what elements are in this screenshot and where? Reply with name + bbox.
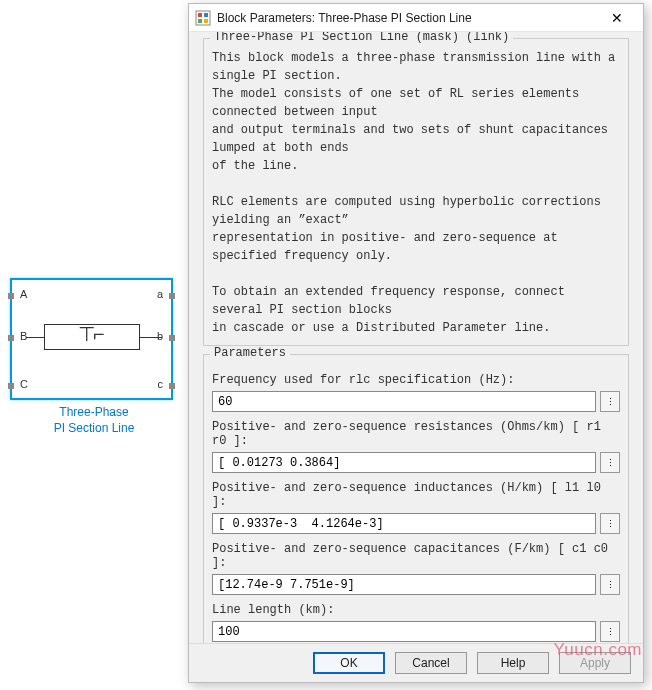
mask-title: Three-Phase PI Section Line (mask) (link… (210, 32, 513, 44)
length-input[interactable] (212, 621, 596, 642)
port-connector[interactable] (8, 293, 14, 299)
length-more-button[interactable]: ⋮ (600, 621, 620, 642)
resistances-more-button[interactable]: ⋮ (600, 452, 620, 473)
param-label-resistances: Positive- and zero-sequence resistances … (212, 420, 620, 448)
close-button[interactable]: ✕ (597, 10, 637, 26)
frequency-input[interactable] (212, 391, 596, 412)
titlebar[interactable]: Block Parameters: Three-Phase PI Section… (189, 4, 643, 32)
port-c-label: c (158, 378, 164, 390)
description-text: This block models a three-phase transmis… (212, 49, 620, 337)
block-icon[interactable]: A B C a b c ⊤⌐ (10, 278, 173, 400)
inductances-more-button[interactable]: ⋮ (600, 513, 620, 534)
help-button[interactable]: Help (477, 652, 549, 674)
block-label[interactable]: Three-Phase PI Section Line (10, 405, 178, 436)
port-B-label: B (20, 330, 27, 342)
param-label-capacitances: Positive- and zero-sequence capacitances… (212, 542, 620, 570)
capacitances-more-button[interactable]: ⋮ (600, 574, 620, 595)
block-parameters-dialog: Block Parameters: Three-Phase PI Section… (188, 3, 644, 683)
svg-rect-2 (204, 13, 208, 17)
port-connector[interactable] (169, 293, 175, 299)
button-bar: OK Cancel Help Apply (189, 643, 643, 682)
port-connector[interactable] (169, 383, 175, 389)
pi-section-icon: ⊤⌐ (78, 322, 103, 346)
port-a-label: a (157, 288, 163, 300)
wire (140, 337, 162, 338)
app-icon (195, 10, 211, 26)
ok-button[interactable]: OK (313, 652, 385, 674)
description-group: Three-Phase PI Section Line (mask) (link… (203, 38, 629, 346)
port-connector[interactable] (8, 335, 14, 341)
apply-button: Apply (559, 652, 631, 674)
cancel-button[interactable]: Cancel (395, 652, 467, 674)
param-label-inductances: Positive- and zero-sequence inductances … (212, 481, 620, 509)
svg-rect-1 (198, 13, 202, 17)
dialog-title: Block Parameters: Three-Phase PI Section… (217, 11, 597, 25)
param-label-length: Line length (km): (212, 603, 620, 617)
frequency-more-button[interactable]: ⋮ (600, 391, 620, 412)
port-connector[interactable] (169, 335, 175, 341)
resistances-input[interactable] (212, 452, 596, 473)
dialog-body: Three-Phase PI Section Line (mask) (link… (189, 32, 643, 643)
parameters-group: Parameters Frequency used for rlc specif… (203, 354, 629, 643)
wire (26, 337, 44, 338)
port-connector[interactable] (8, 383, 14, 389)
port-b-label: b (157, 330, 163, 342)
svg-rect-3 (198, 19, 202, 23)
port-C-label: C (20, 378, 28, 390)
param-label-frequency: Frequency used for rlc specification (Hz… (212, 373, 620, 387)
inductances-input[interactable] (212, 513, 596, 534)
simulink-block[interactable]: A B C a b c ⊤⌐ Three-Phase PI Section Li… (10, 278, 178, 436)
capacitances-input[interactable] (212, 574, 596, 595)
parameters-title: Parameters (210, 346, 290, 360)
port-A-label: A (20, 288, 27, 300)
svg-rect-4 (204, 19, 208, 23)
